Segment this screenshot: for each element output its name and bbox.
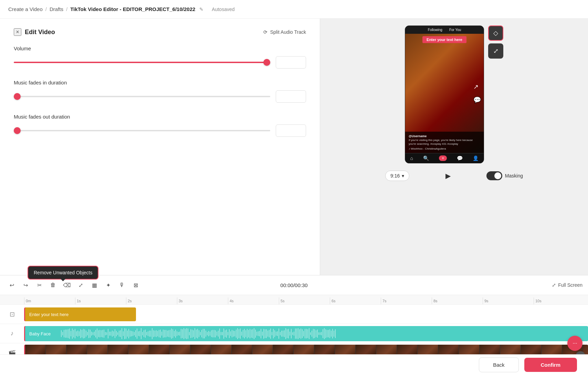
back-button[interactable]: Back xyxy=(479,357,518,372)
audio-track-icon: ♪ xyxy=(0,330,24,337)
phone-bottom-bar: @Username If you're visiting this page, … xyxy=(405,132,484,153)
volume-input[interactable]: 100 xyxy=(276,56,306,69)
aspect-ratio-button[interactable]: 9:16 ▾ xyxy=(385,171,409,181)
crop-icon: ⤢ xyxy=(78,282,83,288)
voice-button[interactable]: 🎙 xyxy=(116,279,128,291)
ruler-mark-5s: 5s xyxy=(279,297,330,304)
for-you-tab[interactable]: For You xyxy=(449,28,461,32)
aspect-ratio-value: 9:16 xyxy=(390,173,400,179)
following-tab[interactable]: Following xyxy=(428,28,442,32)
audio-track-label: Baby Face xyxy=(29,331,51,336)
header: Create a Video / Drafts / TikTok Video E… xyxy=(0,0,588,19)
redo-button[interactable]: ↪ xyxy=(19,279,32,291)
text-track-block[interactable]: Enter your text here xyxy=(24,307,136,321)
phone-content-area: ↗ 💬 @Username If you're visiting this pa… xyxy=(405,34,484,153)
ruler-mark-3s: 3s xyxy=(177,297,228,304)
fade-out-input[interactable]: 0.0 xyxy=(276,124,306,137)
volume-thumb[interactable] xyxy=(263,59,270,66)
text-track-content[interactable]: Enter your text here xyxy=(24,305,588,324)
close-edit-panel-button[interactable]: × xyxy=(14,28,21,36)
split-icon: ⊠ xyxy=(134,282,138,288)
fade-out-group: Music fades out duration 0.0 xyxy=(14,114,306,137)
fade-out-slider-row: 0.0 xyxy=(14,124,306,137)
preview-container: Following For You Enter your text here ↗… xyxy=(405,26,503,163)
layout-icon: ▦ xyxy=(92,282,97,288)
chat-icon: ··· xyxy=(573,340,577,346)
total-time: 00:30 xyxy=(295,282,308,288)
fade-in-slider-row: 0.0 xyxy=(14,90,306,103)
volume-slider[interactable] xyxy=(14,61,270,63)
timeline-ruler: 0m 1s 2s 3s 4s 5s 6s 7s 8s 9s 10s xyxy=(0,295,588,305)
fullscreen-button[interactable]: ⤢ Full Screen xyxy=(552,282,582,288)
fade-out-label: Music fades out duration xyxy=(14,114,306,120)
redo-icon: ↪ xyxy=(23,282,28,288)
cut-button[interactable]: ✂ xyxy=(33,279,45,291)
ruler-mark-0m: 0m xyxy=(24,297,75,304)
phone-nav-bar: ⌂ 🔍 + 💬 👤 xyxy=(405,153,484,163)
edit-panel-title-group: × Edit Video xyxy=(14,28,55,36)
delete-button[interactable]: 🗑 xyxy=(47,279,59,291)
nav-profile-icon[interactable]: 👤 xyxy=(473,155,479,161)
volume-group: Volume 100 xyxy=(14,45,306,69)
draw-tool-button[interactable]: ◇ xyxy=(488,26,503,41)
breadcrumb-sep-1: / xyxy=(45,6,47,12)
fade-out-thumb[interactable] xyxy=(14,127,21,134)
breadcrumb-drafts[interactable]: Drafts xyxy=(50,6,63,12)
fade-in-label: Music fades in duration xyxy=(14,80,306,85)
volume-fill xyxy=(14,62,270,63)
nav-search-icon[interactable]: 🔍 xyxy=(423,155,429,161)
split-audio-icon: ⟳ xyxy=(263,29,267,35)
phone-username: @Username xyxy=(409,134,480,138)
audio-waveform xyxy=(60,326,588,341)
fade-in-input[interactable]: 0.0 xyxy=(276,90,306,103)
effects-button[interactable]: ✦ xyxy=(102,279,114,291)
comment-icon[interactable]: 💬 xyxy=(473,96,481,104)
share-icon[interactable]: ↗ xyxy=(473,83,481,91)
breadcrumb-create[interactable]: Create a Video xyxy=(8,6,43,12)
phone-song: ♪ Woohhoo - ChristinaAguilera xyxy=(409,147,480,150)
crop-tool-button[interactable]: ⤢ xyxy=(488,43,503,59)
masking-label: Masking xyxy=(505,173,523,179)
voice-icon: 🎙 xyxy=(119,282,125,288)
current-time: 00:00 xyxy=(280,282,293,288)
timeline-area: Remove Unwanted Objects ↩ ↪ ✂ 🗑 ⌫ ⤢ ▦ ✦ … xyxy=(0,275,588,354)
split-button[interactable]: ⊠ xyxy=(129,279,142,291)
autosaved-status: Autosaved xyxy=(212,7,234,12)
fade-in-thumb[interactable] xyxy=(14,93,21,100)
fade-in-slider[interactable] xyxy=(14,95,270,98)
nav-inbox-icon[interactable]: 💬 xyxy=(457,155,463,161)
fullscreen-icon: ⤢ xyxy=(552,282,556,288)
ruler-mark-2s: 2s xyxy=(126,297,177,304)
fade-out-slider[interactable] xyxy=(14,130,270,132)
effects-icon: ✦ xyxy=(106,282,111,288)
nav-home-icon[interactable]: ⌂ xyxy=(410,155,413,161)
fullscreen-label: Full Screen xyxy=(558,282,582,288)
play-button[interactable]: ▶ xyxy=(441,169,455,183)
footer: Back Confirm xyxy=(0,354,588,375)
fade-in-group: Music fades in duration 0.0 xyxy=(14,80,306,103)
chat-bubble[interactable]: ··· xyxy=(567,336,582,351)
confirm-button[interactable]: Confirm xyxy=(524,358,577,372)
audio-track-row: ♪ Baby Face xyxy=(0,324,588,343)
text-track-symbol: ⊡ xyxy=(10,311,15,318)
volume-slider-row: 100 xyxy=(14,56,306,69)
project-name: TikTok Video Editor - EDITOR_PROJECT_6/1… xyxy=(70,6,195,12)
ruler-mark-4s: 4s xyxy=(228,297,279,304)
masking-toggle-switch[interactable] xyxy=(486,171,502,180)
edit-panel-header: × Edit Video ⟳ Split Audio Track xyxy=(14,28,306,36)
side-tool-buttons: ◇ ⤢ xyxy=(488,26,503,59)
phone-preview: Following For You Enter your text here ↗… xyxy=(405,26,484,163)
split-audio-track-button[interactable]: ⟳ Split Audio Track xyxy=(263,29,306,35)
tiktok-text-overlay: Enter your text here xyxy=(422,36,466,43)
nav-add-icon[interactable]: + xyxy=(439,155,447,161)
fade-out-track xyxy=(14,130,270,131)
undo-button[interactable]: ↩ xyxy=(6,279,18,291)
edit-project-name-icon[interactable]: ✎ xyxy=(199,7,203,12)
layout-button[interactable]: ▦ xyxy=(88,279,101,291)
time-display: 00:00/00:30 xyxy=(280,282,307,288)
crop-button[interactable]: ⤢ xyxy=(74,279,87,291)
audio-track-content[interactable]: Baby Face xyxy=(24,324,588,343)
ruler-mark-1s: 1s xyxy=(75,297,126,304)
audio-track-block[interactable]: Baby Face xyxy=(24,326,588,341)
volume-label: Volume xyxy=(14,45,306,51)
